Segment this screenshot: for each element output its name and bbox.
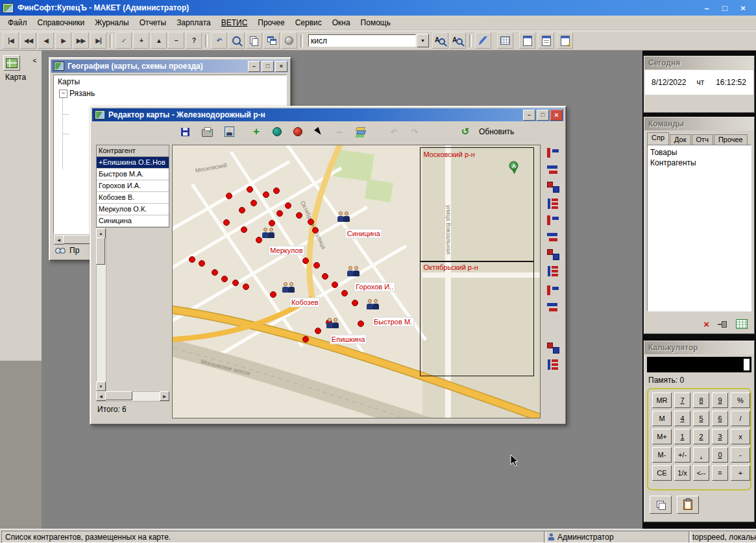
help-button[interactable]: ? (186, 32, 202, 49)
app-maximize-button[interactable]: □ (716, 1, 734, 14)
app-titlebar[interactable]: ФинСофт:КупецЪ - МАКЕТ (Администратор) –… (0, 0, 756, 16)
calc-button-3-1[interactable]: +/- (674, 447, 690, 463)
calc-button-4-1[interactable]: 1/x (674, 465, 690, 481)
map-point[interactable] (302, 336, 309, 343)
refresh-button[interactable]: ↺ (456, 123, 474, 140)
contractor-row-3[interactable]: Горохов И.А. (97, 180, 169, 192)
map-point[interactable] (232, 280, 239, 286)
map-tool-11[interactable] (546, 341, 560, 354)
map-point[interactable] (315, 328, 321, 334)
zoom-button[interactable] (228, 32, 245, 49)
layers-button[interactable] (351, 123, 369, 140)
redo-button[interactable]: ↷ (406, 123, 424, 140)
map-point[interactable] (273, 187, 280, 194)
geography-window-titlebar[interactable]: География (карты, схемы проезда) – □ × (51, 60, 289, 73)
map-point[interactable] (223, 219, 230, 226)
nav-last-button[interactable]: ▶| (90, 32, 106, 49)
red-point-button[interactable] (289, 123, 307, 140)
map-point[interactable] (226, 193, 232, 199)
contractor-row-1[interactable]: +Епишкина О.Е.Нов (97, 157, 169, 169)
map-point[interactable] (352, 300, 358, 306)
map-point[interactable] (212, 269, 218, 276)
calc-button-1-0[interactable]: M (652, 411, 672, 426)
report-list-button[interactable] (538, 32, 554, 49)
menu-item-3[interactable]: Журналы (90, 17, 134, 29)
calc-button-0-2[interactable]: 8 (693, 392, 709, 408)
map-canvas[interactable]: МосковскийОктябрьская улицаМосковское шо… (172, 145, 541, 418)
editor-window-titlebar[interactable]: Редактор карты - Железнодорожный р-н – □… (92, 108, 564, 121)
map-point[interactable] (270, 291, 276, 298)
find-button[interactable] (432, 32, 448, 49)
menu-item-6[interactable]: ВЕТИС (216, 17, 253, 29)
red-x-button[interactable]: × (703, 320, 709, 328)
map-point[interactable] (308, 219, 314, 225)
pin-icon[interactable] (718, 321, 727, 328)
map-point[interactable] (322, 273, 328, 280)
map-pin[interactable]: A (509, 162, 519, 177)
map-point[interactable] (312, 227, 319, 234)
map-point[interactable] (332, 282, 338, 288)
scroll-down-button[interactable] (96, 381, 106, 391)
calc-button-4-4[interactable]: + (731, 465, 750, 481)
sphere-button[interactable] (281, 32, 297, 49)
calc-paste-button[interactable] (677, 496, 699, 514)
map-point[interactable] (243, 284, 249, 290)
menu-item-2[interactable]: Справочники (32, 17, 90, 29)
geo-restore-button[interactable]: □ (262, 61, 274, 72)
remove-button[interactable]: − (168, 32, 184, 49)
search-input[interactable] (308, 34, 416, 47)
calc-button-2-0[interactable]: M+ (652, 429, 672, 444)
geo-minimize-button[interactable]: – (248, 61, 260, 72)
menu-item-7[interactable]: Прочее (252, 17, 289, 29)
scroll-left-button[interactable] (96, 391, 106, 401)
commands-tab-1[interactable]: Спр (647, 132, 669, 145)
calc-button-3-2[interactable]: . (693, 447, 709, 463)
contractor-row-4[interactable]: Кобозев В. (97, 192, 169, 204)
calc-button-4-3[interactable]: = (712, 465, 728, 481)
map-point[interactable] (341, 290, 348, 296)
map-tool-6[interactable] (546, 231, 560, 244)
map-point[interactable] (189, 256, 195, 263)
insert-button[interactable]: + (133, 32, 149, 49)
command-item-1[interactable]: Товары (650, 147, 748, 158)
nav-next-button[interactable]: ▶ (55, 32, 71, 49)
map-point[interactable] (250, 200, 257, 206)
scroll-thumb[interactable] (96, 237, 105, 265)
map-tool-12[interactable] (546, 358, 560, 371)
calc-button-1-1[interactable]: 4 (674, 411, 690, 426)
commands-tab-4[interactable]: Прочее (714, 134, 748, 145)
calc-button-2-4[interactable]: x (731, 429, 750, 444)
contractor-marker[interactable] (326, 315, 342, 328)
calc-button-0-3[interactable]: 9 (712, 392, 728, 408)
green-point-button[interactable] (268, 123, 286, 140)
map-point[interactable] (296, 212, 302, 219)
accept-button[interactable]: ✓ (116, 32, 132, 49)
contractor-hscrollbar[interactable] (96, 391, 169, 402)
editor-restore-button[interactable]: □ (537, 110, 549, 121)
contractor-vscrollbar[interactable] (96, 228, 106, 391)
calc-button-1-2[interactable]: 5 (693, 411, 709, 426)
map-point[interactable] (358, 320, 364, 327)
select-tool-button[interactable] (310, 123, 328, 140)
map-tool-4[interactable] (546, 197, 560, 210)
scroll-up-button[interactable] (96, 228, 106, 238)
contractor-marker[interactable] (282, 280, 298, 293)
menu-item-1[interactable]: Файл (3, 17, 32, 29)
report-add-button[interactable] (557, 32, 573, 49)
map-point[interactable] (302, 258, 309, 264)
search-dropdown-button[interactable]: ▼ (417, 34, 429, 47)
map-tool-10[interactable] (546, 301, 560, 314)
contractor-marker[interactable] (262, 225, 278, 238)
edit-button[interactable]: ▲ (151, 32, 167, 49)
map-panel-button[interactable] (3, 55, 20, 71)
calc-button-3-0[interactable]: M- (652, 447, 672, 463)
grid-export-button[interactable] (497, 32, 513, 49)
calc-button-0-1[interactable]: 7 (674, 392, 690, 408)
map-point[interactable] (276, 210, 283, 217)
menu-item-9[interactable]: Окна (327, 17, 356, 29)
tree-node-ryazan[interactable]: Рязань (69, 89, 95, 98)
quill-button[interactable] (475, 32, 491, 49)
nav-fast-next-button[interactable]: ▶▶ (73, 32, 89, 49)
map-point[interactable] (247, 186, 253, 193)
nav-prev-button[interactable]: ◀ (38, 32, 54, 49)
